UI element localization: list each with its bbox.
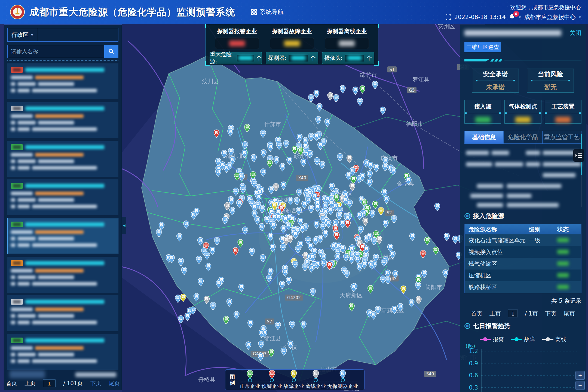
blurred-text xyxy=(38,82,74,86)
promise-card-value: 暂无 xyxy=(544,83,557,91)
company-card[interactable] xyxy=(7,63,118,99)
tab-基础信息[interactable]: 基础信息 xyxy=(465,131,504,143)
company-card[interactable] xyxy=(7,334,118,370)
region-filter-value[interactable] xyxy=(37,28,118,41)
road-shield: S7 xyxy=(265,318,274,324)
city-label: 简阳市 xyxy=(425,284,442,290)
panel-slide-handle[interactable] xyxy=(573,149,584,162)
location-icon xyxy=(11,166,15,170)
svg-text:S2: S2 xyxy=(387,210,392,215)
status-tag-icon xyxy=(11,144,23,150)
hazard-section-title: 接入危险源 xyxy=(473,212,504,220)
close-button[interactable]: 关闭 xyxy=(569,29,581,37)
person-icon xyxy=(11,353,15,356)
legend-item-label: 故障企业 xyxy=(283,383,304,390)
caret-down-icon[interactable]: ▾ xyxy=(579,15,581,20)
device-stat-card: 接入罐 xyxy=(464,100,501,124)
svg-text:S7: S7 xyxy=(267,319,272,324)
company-card[interactable] xyxy=(7,102,118,138)
field-label-blurred xyxy=(11,192,33,195)
legend-node-icon xyxy=(341,378,345,382)
table-row[interactable]: 液化石油气储罐区单元一级 xyxy=(465,234,581,246)
field-label-blurred xyxy=(11,153,33,157)
search-input[interactable] xyxy=(7,45,104,58)
company-name-blurred xyxy=(25,222,104,226)
pagination-first[interactable]: 首页 xyxy=(6,380,17,387)
pagination-prev[interactable]: 上页 xyxy=(489,310,501,317)
pagination-page-input[interactable]: 1 xyxy=(43,379,56,387)
company-name-blurred xyxy=(25,184,104,188)
map-zoom-out-button[interactable]: − xyxy=(575,381,585,390)
tab-重点监管工艺[interactable]: 重点监管工艺 xyxy=(543,131,581,143)
map-pin-icon xyxy=(290,370,297,379)
device-stat-label: 气体检测点 xyxy=(505,103,541,110)
fullscreen-icon[interactable] xyxy=(446,14,451,20)
detector-stat-value-blurred xyxy=(325,38,369,49)
caret-down-icon: ▾ xyxy=(31,32,33,37)
city-label: 罗江县 xyxy=(412,76,430,83)
map-zoom-in-button[interactable]: + xyxy=(575,371,585,380)
tab-危险化学品[interactable]: 危险化学品 xyxy=(504,131,543,143)
table-row[interactable]: 压缩机区 xyxy=(465,270,581,281)
org-dropdown[interactable]: 成都市应急救援中心 xyxy=(524,13,575,21)
trend-section-title: 七日报警趋势 xyxy=(473,322,510,330)
detector-stats-panel: 探测器报警企业探测器故障企业探测器离线企业 重大危险源:个探测器:个摄像头:个 xyxy=(206,24,378,65)
company-card[interactable] xyxy=(7,179,118,215)
company-card[interactable] xyxy=(7,257,118,293)
counter-box: 重大危险源:个 xyxy=(210,52,262,64)
company-card[interactable] xyxy=(7,295,118,331)
company-card[interactable] xyxy=(7,218,118,254)
app-logo-icon xyxy=(10,4,25,20)
svg-text:0.6: 0.6 xyxy=(469,372,478,379)
table-row[interactable]: 视频接入点位 xyxy=(465,246,581,258)
pagination-next[interactable]: 下页 xyxy=(90,380,101,387)
pagination-next[interactable]: 下页 xyxy=(545,310,556,317)
hazard-status-cell xyxy=(557,284,577,290)
chart-legend-item[interactable]: 报警 xyxy=(480,336,504,343)
pagination-page-input[interactable]: 1 xyxy=(508,310,518,317)
notification-bell-icon[interactable]: 0 xyxy=(509,14,516,21)
chart-legend-item[interactable]: 离线 xyxy=(542,336,566,343)
field-value-blurred xyxy=(35,269,84,272)
blurred-text xyxy=(32,127,97,131)
blurred-text xyxy=(32,359,97,363)
legend-node-icon xyxy=(292,378,296,382)
blurred-text xyxy=(18,205,30,208)
location-icon xyxy=(11,243,15,247)
legend-item-label: 无探测器企业 xyxy=(327,383,358,390)
company-card[interactable] xyxy=(7,141,118,177)
company-detail-panel: 关闭 三维厂区巡查 安全承诺未承诺当前风险暂无 接入罐气体检测点工艺装置 基础信… xyxy=(460,24,586,392)
pagination-first[interactable]: 首页 xyxy=(471,310,482,317)
promise-card: 安全承诺未承诺 xyxy=(472,69,519,93)
region-filter[interactable]: 行政区 ▾ xyxy=(7,28,118,42)
table-row[interactable]: 铁路栈桥区 xyxy=(465,281,581,293)
record-count-text: 共 5 条记录 xyxy=(464,297,581,305)
hazard-name-cell: 压缩机区 xyxy=(468,272,529,279)
system-nav-button[interactable]: 系统导航 xyxy=(251,8,284,16)
hazard-level-cell: 一级 xyxy=(529,237,557,244)
counter-label: 重大危险源: xyxy=(210,51,235,65)
city-label: 金堂县 xyxy=(397,180,414,187)
svg-text:1.2: 1.2 xyxy=(469,348,478,354)
svg-text:0.3: 0.3 xyxy=(469,384,478,391)
location-icon xyxy=(11,89,15,92)
sidebar-collapse-handle[interactable]: ◀ xyxy=(122,217,126,234)
promise-card-value: 未承诺 xyxy=(486,83,505,91)
legend-item-label: 预警企业 xyxy=(262,383,282,390)
divider xyxy=(531,81,569,81)
field-label-blurred xyxy=(11,114,33,118)
chart-legend-item[interactable]: 故障 xyxy=(511,336,535,343)
pagination-last[interactable]: 尾页 xyxy=(564,310,575,317)
search-button[interactable] xyxy=(104,45,118,58)
table-header-cell: 状态 xyxy=(557,226,577,233)
city-label: 安州区 xyxy=(438,24,455,30)
table-row[interactable]: 燃气储罐区 xyxy=(465,258,581,270)
table-header-cell: 危险源名称 xyxy=(468,226,529,233)
pagination-last[interactable]: 尾页 xyxy=(109,380,120,387)
region-filter-label: 行政区 xyxy=(11,31,29,39)
divider xyxy=(476,81,514,81)
hazard-status-cell xyxy=(557,261,577,267)
pagination-prev[interactable]: 上页 xyxy=(24,380,35,387)
3d-patrol-button[interactable]: 三维厂区巡查 xyxy=(464,42,501,52)
section-bullet-icon xyxy=(464,323,470,329)
